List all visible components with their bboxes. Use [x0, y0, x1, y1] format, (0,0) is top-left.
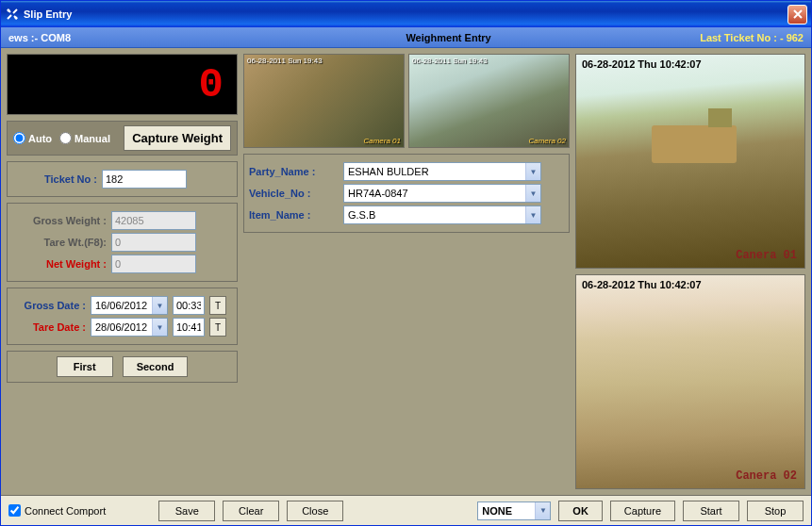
truck-shape: [652, 125, 737, 163]
camera-thumb-2[interactable]: 06-28-2011 Sun 19:43 Camera 02: [408, 54, 570, 148]
last-ticket-label: Last Ticket No : - 962: [700, 32, 804, 43]
ticket-no-label: Ticket No :: [12, 173, 97, 185]
tare-weight-label: Tare Wt.(F8):: [12, 237, 107, 248]
stop-button[interactable]: Stop: [747, 501, 804, 521]
first-button[interactable]: First: [57, 356, 113, 377]
vehicle-no-label: Vehicle_No :: [249, 188, 339, 199]
party-panel: Party_Name : ESHAN BULDER▼ Vehicle_No : …: [243, 154, 570, 233]
start-button[interactable]: Start: [683, 501, 739, 521]
tare-date-picker[interactable]: 28/06/2012▼: [91, 318, 168, 337]
page-title: Weighment Entry: [197, 32, 700, 43]
right-column: 06-28-2012 Thu 10:42:07 Canera 01 06-28-…: [575, 54, 805, 489]
connect-comport-checkbox[interactable]: Connect Comport: [8, 504, 106, 517]
chevron-down-icon: ▼: [525, 185, 540, 202]
item-name-label: Item_Name :: [249, 209, 339, 221]
save-button[interactable]: Save: [158, 501, 215, 521]
tare-weight-input: [111, 233, 196, 252]
chevron-down-icon: ▼: [152, 297, 167, 314]
net-weight-input: [111, 255, 196, 273]
ok-button[interactable]: OK: [558, 501, 603, 521]
gross-time-input[interactable]: [173, 296, 205, 315]
weights-panel: Gross Weight : Tare Wt.(F8): Net Weight …: [7, 203, 238, 282]
thumb-timestamp: 06-28-2011 Sun 19:43: [412, 57, 488, 65]
gross-weight-input: [111, 211, 196, 230]
app-icon: [5, 7, 20, 22]
middle-column: 06-28-2011 Sun 19:43 Camera 01 06-28-201…: [243, 54, 570, 489]
footer-toolbar: Connect Comport Save Clear Close NONE▼ O…: [1, 495, 811, 525]
capture-weight-button[interactable]: Capture Weight: [124, 125, 231, 151]
titlebar[interactable]: Slip Entry: [1, 1, 811, 27]
second-button[interactable]: Second: [123, 356, 189, 377]
svg-point-0: [8, 9, 10, 12]
weight-display: 0: [7, 54, 238, 115]
chevron-down-icon: ▼: [535, 502, 550, 519]
thumb-label: Camera 02: [528, 137, 566, 145]
camera-label: Canera 02: [736, 469, 797, 483]
footer-select[interactable]: NONE▼: [477, 501, 551, 520]
tare-date-label: Tare Date :: [12, 321, 86, 333]
vehicle-no-select[interactable]: HR74A-0847▼: [343, 184, 541, 203]
party-name-select[interactable]: ESHAN BULDER▼: [343, 162, 541, 181]
comport-label: ews :- COM8: [8, 32, 197, 43]
weight-value: 0: [199, 61, 225, 108]
chevron-down-icon: ▼: [152, 319, 167, 336]
camera-thumb-1[interactable]: 06-28-2011 Sun 19:43 Camera 01: [243, 54, 405, 148]
gross-date-label: Gross Date :: [12, 300, 86, 311]
camera-timestamp: 06-28-2012 Thu 10:42:07: [582, 279, 702, 290]
content-area: 0 Auto Manual Capture Weight Ticket No :…: [1, 48, 811, 495]
first-second-panel: First Second: [7, 351, 238, 383]
camera-feed-1[interactable]: 06-28-2012 Thu 10:42:07 Canera 01: [575, 54, 805, 269]
manual-radio[interactable]: Manual: [59, 132, 110, 144]
chevron-down-icon: ▼: [525, 206, 540, 223]
gross-weight-label: Gross Weight :: [12, 215, 107, 226]
item-name-select[interactable]: G.S.B▼: [343, 205, 541, 224]
left-column: 0 Auto Manual Capture Weight Ticket No :…: [7, 54, 238, 489]
auto-radio[interactable]: Auto: [13, 132, 52, 144]
gross-t-button[interactable]: T: [209, 296, 226, 315]
mode-panel: Auto Manual Capture Weight: [7, 121, 238, 156]
ticket-panel: Ticket No :: [7, 161, 238, 197]
ticket-no-input[interactable]: [102, 170, 187, 189]
gross-date-picker[interactable]: 16/06/2012▼: [91, 296, 168, 315]
camera-feed-2[interactable]: 06-28-2012 Thu 10:42:07 Canera 02: [575, 274, 805, 489]
party-name-label: Party_Name :: [249, 166, 339, 177]
clear-button[interactable]: Clear: [223, 501, 279, 521]
svg-point-1: [15, 17, 18, 20]
capture-button[interactable]: Capture: [610, 501, 675, 521]
thumbnail-row: 06-28-2011 Sun 19:43 Camera 01 06-28-201…: [243, 54, 570, 148]
close-icon[interactable]: [787, 5, 807, 25]
tare-time-input[interactable]: [173, 318, 205, 337]
subheader: ews :- COM8 Weighment Entry Last Ticket …: [1, 27, 811, 48]
thumb-timestamp: 06-28-2011 Sun 19:43: [247, 57, 323, 65]
tare-t-button[interactable]: T: [209, 318, 226, 337]
close-button[interactable]: Close: [287, 501, 343, 521]
chevron-down-icon: ▼: [525, 163, 540, 180]
net-weight-label: Net Weight :: [12, 258, 107, 270]
camera-timestamp: 06-28-2012 Thu 10:42:07: [582, 58, 702, 70]
dates-panel: Gross Date : 16/06/2012▼ T Tare Date : 2…: [7, 288, 238, 345]
slip-entry-window: Slip Entry ews :- COM8 Weighment Entry L…: [0, 0, 812, 526]
window-title: Slip Entry: [24, 8, 787, 20]
camera-label: Canera 01: [736, 249, 797, 262]
thumb-label: Camera 01: [363, 137, 401, 145]
